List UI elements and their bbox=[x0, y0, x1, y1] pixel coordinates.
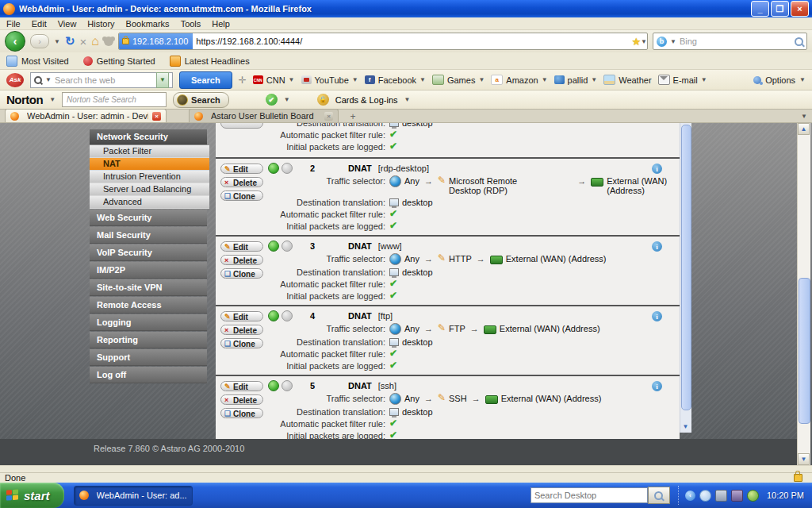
ask-search-dropdown[interactable]: ▼ bbox=[45, 76, 52, 83]
sidebar-section-mail-security[interactable]: Mail Security bbox=[90, 227, 207, 244]
restore-button[interactable]: ❐ bbox=[771, 1, 789, 17]
new-tab-button[interactable]: + bbox=[345, 111, 361, 122]
bookmark-latest-headlines[interactable]: Latest Headlines bbox=[170, 56, 250, 67]
ask-link-cnn[interactable]: CNNCNN▼ bbox=[253, 75, 295, 85]
scroll-up-icon[interactable]: ▲ bbox=[798, 123, 810, 135]
refresh-button[interactable]: ↻ bbox=[65, 34, 75, 48]
ask-link-games[interactable]: Games▼ bbox=[432, 75, 485, 85]
rule-enabled-toggle[interactable] bbox=[268, 310, 279, 321]
panel-scrollbar-thumb[interactable] bbox=[681, 125, 691, 410]
menu-history[interactable]: History bbox=[87, 19, 114, 29]
tab-close-icon[interactable]: × bbox=[152, 112, 161, 121]
stop-button[interactable]: × bbox=[80, 35, 87, 48]
norton-dropdown[interactable]: ▼ bbox=[49, 96, 56, 103]
home-button[interactable]: ⌂ bbox=[91, 34, 99, 48]
sidebar-section-voip-security[interactable]: VoIP Security bbox=[90, 244, 207, 261]
clone-button[interactable]: ❏Clone bbox=[220, 190, 263, 201]
sidebar-item-advanced[interactable]: Advanced bbox=[90, 196, 209, 209]
ask-link-facebook[interactable]: fFacebook▼ bbox=[365, 75, 426, 85]
sidebar-section-log-off[interactable]: Log off bbox=[90, 367, 207, 383]
edit-button[interactable]: ✎Edit bbox=[220, 381, 263, 391]
sidebar-item-nat[interactable]: NAT bbox=[90, 158, 209, 171]
ask-link-amazon[interactable]: aAmazon▼ bbox=[491, 75, 547, 85]
delete-button[interactable]: ×Delete bbox=[220, 177, 263, 187]
sidebar-item-packet-filter[interactable]: Packet Filter bbox=[90, 145, 209, 158]
web-search-box[interactable]: b ▼ Bing bbox=[653, 33, 807, 50]
addon-icon[interactable] bbox=[104, 37, 113, 46]
search-icon[interactable] bbox=[795, 37, 803, 46]
taskbar-task-webadmin[interactable]: WebAdmin - User: ad... bbox=[74, 486, 193, 506]
info-icon[interactable]: i bbox=[652, 164, 662, 174]
clone-button[interactable]: ❏Clone bbox=[220, 338, 263, 348]
menu-edit[interactable]: Edit bbox=[32, 19, 47, 29]
minimize-button[interactable]: _ bbox=[751, 1, 769, 17]
close-button[interactable]: × bbox=[791, 1, 809, 17]
sidebar-section-im-p2p[interactable]: IM/P2P bbox=[90, 262, 207, 279]
ask-link-youtube[interactable]: YouTube▼ bbox=[301, 75, 358, 85]
menu-bookmarks[interactable]: Bookmarks bbox=[126, 19, 170, 29]
url-text[interactable]: https://192.168.2.100:4444/ bbox=[193, 37, 631, 46]
menu-view[interactable]: View bbox=[58, 19, 77, 29]
panel-scrollbar[interactable]: ▼ bbox=[680, 123, 691, 433]
delete-button[interactable]: ×Delete bbox=[220, 394, 263, 405]
ask-options-button[interactable]: Options▼ bbox=[753, 75, 806, 85]
rule-status-toggle[interactable] bbox=[282, 310, 293, 321]
cards-logins-dropdown[interactable]: ▼ bbox=[404, 96, 411, 103]
scroll-down-icon[interactable]: ▼ bbox=[798, 453, 810, 465]
cards-logins-label[interactable]: Cards & Log-ins bbox=[335, 95, 398, 105]
delete-button[interactable]: ×Delete bbox=[220, 325, 263, 335]
browser-scrollbar[interactable]: ▲ ▼ bbox=[797, 123, 810, 465]
bookmark-star-icon[interactable]: ★ bbox=[631, 36, 641, 48]
norton-search-button[interactable]: Search bbox=[173, 92, 229, 108]
tray-display-icon[interactable] bbox=[715, 490, 727, 502]
tab-astaro-bulletin[interactable]: Astaro User Bulletin Board × bbox=[189, 109, 339, 122]
tab-close-icon[interactable]: × bbox=[324, 112, 333, 121]
ask-search-input[interactable]: ▼ Search the web ▼ bbox=[30, 72, 173, 88]
info-icon[interactable]: i bbox=[652, 311, 662, 321]
menu-file[interactable]: File bbox=[6, 19, 21, 29]
sidebar-section-network-security[interactable]: Network Security bbox=[90, 129, 207, 145]
browser-scrollbar-thumb[interactable] bbox=[799, 278, 810, 424]
ask-link-pallid[interactable]: pallid▼ bbox=[554, 75, 598, 85]
taskbar-clock[interactable]: 10:20 PM bbox=[767, 491, 804, 500]
bookmark-getting-started[interactable]: Getting Started bbox=[83, 56, 155, 66]
norton-safety-dropdown[interactable]: ▼ bbox=[284, 96, 290, 103]
ask-search-button[interactable]: Search bbox=[179, 71, 232, 89]
norton-logo[interactable]: Norton bbox=[6, 93, 43, 106]
ssl-padlock-icon[interactable] bbox=[794, 474, 802, 482]
tray-network-icon[interactable] bbox=[731, 490, 743, 502]
info-icon[interactable]: i bbox=[652, 381, 662, 391]
ask-logo-icon[interactable]: Ask bbox=[6, 73, 24, 87]
cards-logins-icon[interactable]: 🔒 bbox=[317, 94, 329, 106]
tray-security-icon[interactable] bbox=[747, 490, 759, 502]
tab-webadmin[interactable]: WebAdmin - User: admin - Devic... × bbox=[5, 109, 167, 122]
rule-enabled-toggle[interactable] bbox=[268, 241, 279, 252]
ask-link-weather[interactable]: Weather bbox=[603, 75, 651, 85]
rule-status-toggle[interactable] bbox=[282, 163, 293, 174]
forward-button[interactable]: › bbox=[30, 34, 49, 48]
rule-status-toggle[interactable] bbox=[282, 380, 293, 391]
clone-button[interactable] bbox=[220, 123, 263, 129]
rule-status-toggle[interactable] bbox=[282, 241, 293, 252]
desktop-search-button[interactable] bbox=[648, 487, 670, 504]
info-icon[interactable]: i bbox=[652, 241, 662, 252]
nav-history-dropdown[interactable]: ▼ bbox=[54, 38, 60, 45]
desktop-search-input[interactable] bbox=[530, 487, 648, 503]
menu-help[interactable]: Help bbox=[212, 19, 230, 29]
norton-search-input[interactable]: Norton Safe Search bbox=[62, 92, 167, 107]
sidebar-section-web-security[interactable]: Web Security bbox=[90, 210, 207, 226]
sidebar-section-reporting[interactable]: Reporting bbox=[90, 332, 207, 348]
clone-button[interactable]: ❏Clone bbox=[220, 268, 263, 279]
url-field[interactable]: 192.168.2.100 https://192.168.2.100:4444… bbox=[118, 33, 648, 50]
edit-button[interactable]: ✎Edit bbox=[220, 241, 263, 252]
back-button[interactable]: ‹ bbox=[5, 31, 25, 52]
menu-tools[interactable]: Tools bbox=[181, 19, 201, 29]
edit-button[interactable]: ✎Edit bbox=[220, 311, 263, 321]
norton-safety-icon[interactable]: ✔ bbox=[266, 94, 278, 106]
sidebar-section-site-to-site-vpn[interactable]: Site-to-site VPN bbox=[90, 279, 207, 296]
sidebar-section-support[interactable]: Support bbox=[90, 349, 207, 366]
bookmark-most-visited[interactable]: Most Visited bbox=[6, 56, 69, 67]
ask-link-email[interactable]: E-mail▼ bbox=[658, 75, 707, 85]
sidebar-section-remote-access[interactable]: Remote Access bbox=[90, 297, 207, 314]
sidebar-item-intrusion-prevention[interactable]: Intrusion Prevention bbox=[90, 171, 209, 183]
